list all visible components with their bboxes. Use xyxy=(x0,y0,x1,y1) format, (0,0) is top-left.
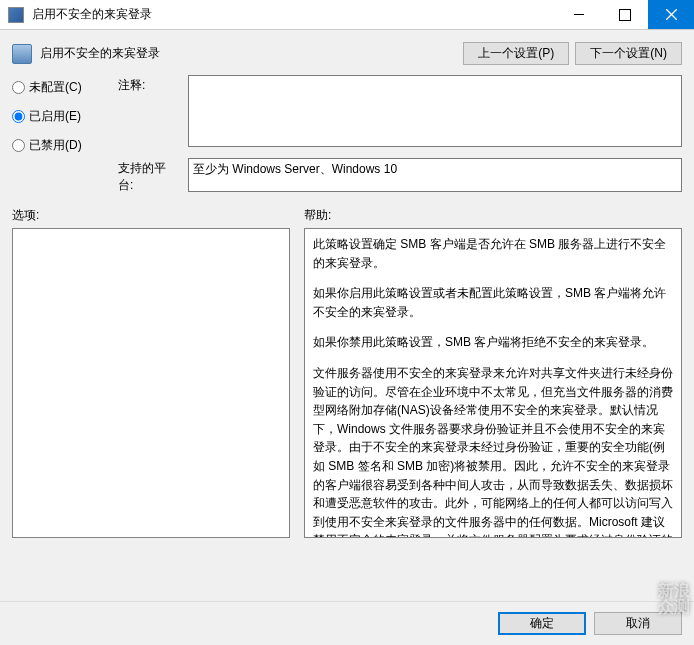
help-paragraph: 文件服务器使用不安全的来宾登录来允许对共享文件夹进行未经身份验证的访问。尽管在企… xyxy=(313,364,673,538)
radio-disabled[interactable]: 已禁用(D) xyxy=(12,137,104,154)
app-icon xyxy=(8,7,24,23)
help-paragraph: 如果你禁用此策略设置，SMB 客户端将拒绝不安全的来宾登录。 xyxy=(313,333,673,352)
minimize-button[interactable] xyxy=(556,0,602,29)
window-title: 启用不安全的来宾登录 xyxy=(32,6,556,23)
title-bar: 启用不安全的来宾登录 xyxy=(0,0,694,30)
dialog-footer: 确定 取消 xyxy=(0,601,694,645)
next-setting-button[interactable]: 下一个设置(N) xyxy=(575,42,682,65)
help-paragraph: 此策略设置确定 SMB 客户端是否允许在 SMB 服务器上进行不安全的来宾登录。 xyxy=(313,235,673,272)
platform-textarea[interactable]: 至少为 Windows Server、Windows 10 xyxy=(188,158,682,192)
cancel-button[interactable]: 取消 xyxy=(594,612,682,635)
state-radio-group: 未配置(C) 已启用(E) 已禁用(D) xyxy=(12,75,104,203)
radio-not-configured[interactable]: 未配置(C) xyxy=(12,79,104,96)
help-paragraph: 如果你启用此策略设置或者未配置此策略设置，SMB 客户端将允许不安全的来宾登录。 xyxy=(313,284,673,321)
options-panel xyxy=(12,228,290,538)
help-panel: 此策略设置确定 SMB 客户端是否允许在 SMB 服务器上进行不安全的来宾登录。… xyxy=(304,228,682,538)
radio-enabled[interactable]: 已启用(E) xyxy=(12,108,104,125)
close-button[interactable] xyxy=(648,0,694,29)
previous-setting-button[interactable]: 上一个设置(P) xyxy=(463,42,569,65)
comment-label: 注释: xyxy=(118,75,180,150)
options-label: 选项: xyxy=(12,207,290,224)
help-label: 帮助: xyxy=(304,207,682,224)
platform-label: 支持的平台: xyxy=(118,158,180,195)
comment-textarea[interactable] xyxy=(188,75,682,147)
maximize-button[interactable] xyxy=(602,0,648,29)
window-controls xyxy=(556,0,694,29)
policy-title: 启用不安全的来宾登录 xyxy=(40,45,455,62)
ok-button[interactable]: 确定 xyxy=(498,612,586,635)
policy-icon xyxy=(12,44,32,64)
